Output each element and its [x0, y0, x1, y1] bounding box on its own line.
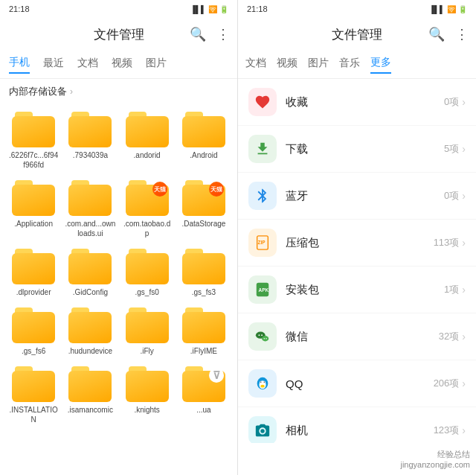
category-arrow-icon: › [462, 96, 466, 108]
file-name: .gs_fs6 [22, 346, 45, 356]
category-icon [248, 88, 277, 116]
left-status-icons: ▐▌▌ 🛜 🔋 [190, 5, 228, 13]
right-panel: 21:18 ▐▌▌ 🛜 🔋 文件管理 🔍 ⋮ 文档 视频 图片 音乐 更多 收藏… [238, 0, 476, 475]
file-name: .6226f7c...6f94f966fd [8, 150, 59, 170]
category-item[interactable]: 微信32项› [238, 313, 476, 360]
breadcrumb[interactable]: 内部存储设备 › [0, 79, 237, 104]
rtab-more[interactable]: 更多 [370, 56, 391, 74]
file-item[interactable]: 天猫.DataStorage [176, 176, 231, 241]
file-item[interactable]: .iFlyIME [176, 303, 231, 359]
file-item[interactable]: .andorid [120, 107, 175, 173]
svg-point-5 [259, 334, 260, 336]
tab-docs[interactable]: 文档 [77, 57, 98, 73]
category-item[interactable]: 下载5项› [238, 126, 476, 173]
category-count: 1项 [444, 283, 459, 296]
file-item[interactable]: .6226f7c...6f94f966fd [6, 107, 61, 173]
category-count: 5项 [444, 142, 459, 156]
watermark-text: 经验总结jingyanzong​jie.com [400, 450, 470, 469]
file-name: .INSTALLATION [8, 405, 59, 424]
left-top-bar: 文件管理 🔍 ⋮ [0, 18, 237, 51]
right-search-button[interactable]: 🔍 [428, 26, 445, 42]
category-count: 0项 [444, 189, 459, 203]
file-name: .Application [14, 219, 53, 229]
signal-icon: ▐▌▌ [190, 5, 206, 13]
wifi-icon: 🛜 [208, 5, 217, 13]
category-item[interactable]: 蓝牙0项› [238, 173, 476, 220]
file-item[interactable]: .hudundevice [62, 303, 118, 359]
file-name: .isamancomic [68, 405, 113, 415]
right-status-icons: ▐▌▌ 🛜 🔋 [429, 5, 467, 13]
file-name: .gs_fs0 [135, 287, 159, 297]
file-name: .iFlyIME [190, 346, 217, 356]
file-item[interactable]: .iFly [120, 303, 175, 359]
svg-point-15 [264, 381, 265, 382]
left-panel: 21:18 ▐▌▌ 🛜 🔋 文件管理 🔍 ⋮ 手机 最近 文档 视频 图片 内部… [0, 0, 238, 475]
file-name: .DataStorage [181, 219, 225, 229]
right-tab-bar: 文档 视频 图片 音乐 更多 [238, 51, 476, 79]
category-item[interactable]: APK安装包1项› [238, 267, 476, 313]
category-count: 113项 [434, 236, 460, 249]
tab-video[interactable]: 视频 [112, 57, 132, 73]
file-item[interactable]: .Android [176, 107, 231, 173]
rtab-docs[interactable]: 文档 [245, 57, 266, 73]
category-arrow-icon: › [462, 424, 466, 436]
svg-text:ZIP: ZIP [258, 240, 266, 245]
right-status-bar: 21:18 ▐▌▌ 🛜 🔋 [238, 0, 476, 18]
file-item[interactable]: .gs_fs3 [176, 244, 231, 300]
category-count: 206项 [434, 377, 460, 390]
category-name: 微信 [286, 330, 439, 344]
file-item[interactable]: .gs_fs6 [6, 303, 61, 359]
category-item[interactable]: QQ206项› [238, 360, 476, 407]
file-name: .dlprovider [16, 287, 51, 297]
category-item[interactable]: 收藏0项› [238, 79, 476, 126]
svg-point-14 [260, 381, 261, 382]
svg-point-6 [261, 334, 263, 336]
rtab-music[interactable]: 音乐 [339, 57, 360, 73]
file-item[interactable]: 天猫.com.taobao.dp [120, 176, 175, 241]
rtab-video[interactable]: 视频 [277, 57, 298, 73]
category-name: 相机 [286, 424, 434, 438]
rtab-photos[interactable]: 图片 [308, 57, 329, 73]
file-item[interactable]: .gs_fs0 [120, 244, 175, 300]
left-tab-bar: 手机 最近 文档 视频 图片 [0, 51, 237, 79]
right-title: 文件管理 [332, 26, 382, 43]
file-item[interactable]: ⊽...ua [176, 362, 231, 427]
category-icon [248, 322, 277, 351]
tab-photos[interactable]: 图片 [146, 57, 167, 73]
category-item[interactable]: 相机123项› [238, 407, 476, 443]
file-item[interactable]: .isamancomic [62, 362, 118, 427]
right-more-button[interactable]: ⋮ [455, 26, 469, 42]
category-arrow-icon: › [462, 284, 466, 296]
category-arrow-icon: › [462, 331, 466, 342]
battery-icon: 🔋 [219, 5, 228, 13]
file-name: .com.and...ownloads.ui [65, 219, 115, 238]
right-wifi-icon: 🛜 [447, 5, 456, 13]
tab-phone[interactable]: 手机 [9, 56, 30, 74]
category-name: QQ [286, 377, 434, 390]
category-icon: APK [248, 275, 277, 304]
svg-point-17 [260, 429, 265, 433]
category-count: 0项 [444, 95, 459, 109]
tab-recent[interactable]: 最近 [43, 57, 64, 73]
category-icon [248, 182, 277, 210]
file-item[interactable]: .com.and...ownloads.ui [62, 176, 118, 241]
left-search-button[interactable]: 🔍 [190, 26, 206, 42]
file-grid: .6226f7c...6f94f966fd.7934039a.andorid.A… [0, 104, 237, 475]
file-item[interactable]: .knights [120, 362, 175, 427]
left-more-button[interactable]: ⋮ [216, 26, 230, 42]
file-item[interactable]: .INSTALLATION [6, 362, 61, 427]
category-name: 下载 [286, 142, 444, 156]
file-name: ...ua [196, 405, 210, 415]
file-item[interactable]: .dlprovider [6, 244, 61, 300]
file-name: .hudundevice [68, 346, 113, 356]
category-name: 压缩包 [286, 236, 434, 250]
file-name: .gs_fs3 [192, 287, 216, 297]
category-arrow-icon: › [462, 143, 466, 155]
category-item[interactable]: ZIP压缩包113项› [238, 220, 476, 267]
file-item[interactable]: .Application [6, 176, 61, 241]
file-item[interactable]: .7934039a [62, 107, 118, 173]
category-list: 收藏0项›下载5项›蓝牙0项›ZIP压缩包113项›APK安装包1项›微信32项… [238, 79, 476, 443]
breadcrumb-text: 内部存储设备 [9, 85, 67, 98]
category-icon [248, 369, 277, 398]
file-item[interactable]: .GidConfig [62, 244, 118, 300]
